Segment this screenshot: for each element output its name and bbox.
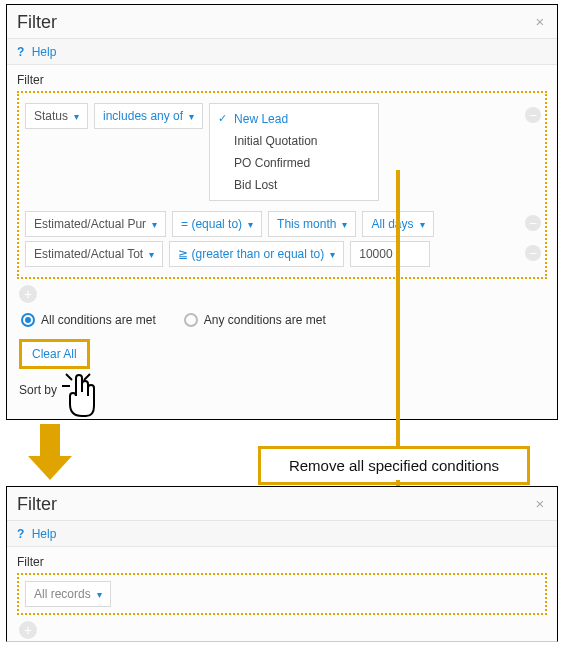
field-label: Status xyxy=(34,109,68,123)
match-all-label: All conditions are met xyxy=(41,313,156,327)
close-icon[interactable]: × xyxy=(531,495,549,513)
chevron-down-icon: ▾ xyxy=(149,249,154,260)
filter-section-heading: Filter xyxy=(7,65,557,91)
chevron-down-icon: ▾ xyxy=(74,111,79,122)
help-link[interactable]: ? Help xyxy=(7,521,557,547)
field-select[interactable]: Status ▾ xyxy=(25,103,88,129)
value-input[interactable]: 10000 xyxy=(350,241,430,267)
remove-condition-icon[interactable]: – xyxy=(525,107,541,123)
filter-panel-before: Filter × ? Help Filter Status ▾ includes… xyxy=(6,4,558,420)
dropdown-option[interactable]: Initial Quotation xyxy=(210,130,378,152)
radio-icon xyxy=(184,313,198,327)
field-select[interactable]: All records ▾ xyxy=(25,581,111,607)
field-label: Estimated/Actual Tot xyxy=(34,247,143,261)
dropdown-option[interactable]: New Lead xyxy=(210,108,378,130)
field-label: Estimated/Actual Pur xyxy=(34,217,146,231)
field-select[interactable]: Estimated/Actual Pur ▾ xyxy=(25,211,166,237)
operator-label: includes any of xyxy=(103,109,183,123)
panel-title-bar: Filter × xyxy=(7,5,557,39)
operator-label: = (equal to) xyxy=(181,217,242,231)
operator-label: ≧ (greater than or equal to) xyxy=(178,247,324,261)
operator-select[interactable]: ≧ (greater than or equal to) ▾ xyxy=(169,241,344,267)
svg-line-0 xyxy=(66,374,72,380)
transition-arrow-icon xyxy=(28,424,72,482)
panel-title: Filter xyxy=(17,12,57,32)
operator-select[interactable]: = (equal to) ▾ xyxy=(172,211,262,237)
operator-select[interactable]: includes any of ▾ xyxy=(94,103,203,129)
filter-section-heading: Filter xyxy=(7,547,557,573)
radio-icon xyxy=(21,313,35,327)
sort-section-heading: Sort by xyxy=(7,639,557,642)
dropdown-option[interactable]: Bid Lost xyxy=(210,174,378,196)
click-cursor-icon xyxy=(56,370,100,420)
callout-text: Remove all specified conditions xyxy=(289,457,499,474)
chevron-down-icon: ▾ xyxy=(152,219,157,230)
dropdown-option[interactable]: PO Confirmed xyxy=(210,152,378,174)
value-select[interactable]: This month ▾ xyxy=(268,211,356,237)
chevron-down-icon: ▾ xyxy=(330,249,335,260)
filter-panel-after: Filter × ? Help Filter All records ▾ + S… xyxy=(6,486,558,642)
value-label: All days xyxy=(371,217,413,231)
chevron-down-icon: ▾ xyxy=(420,219,425,230)
chevron-down-icon: ▾ xyxy=(97,589,102,600)
match-any-label: Any conditions are met xyxy=(204,313,326,327)
field-label: All records xyxy=(34,587,91,601)
match-any-radio[interactable]: Any conditions are met xyxy=(184,313,326,327)
value-dropdown[interactable]: New Lead Initial Quotation PO Confirmed … xyxy=(209,103,379,201)
remove-condition-icon[interactable]: – xyxy=(525,245,541,261)
chevron-down-icon: ▾ xyxy=(189,111,194,122)
help-link[interactable]: ? Help xyxy=(7,39,557,65)
condition-row: Estimated/Actual Pur ▾ = (equal to) ▾ Th… xyxy=(25,211,539,237)
help-label: Help xyxy=(32,527,57,541)
close-icon[interactable]: × xyxy=(531,13,549,31)
help-label: Help xyxy=(32,45,57,59)
callout-box: Remove all specified conditions xyxy=(258,446,530,485)
add-condition-button[interactable]: + xyxy=(19,621,37,639)
value-text: 10000 xyxy=(359,247,392,261)
condition-row: Estimated/Actual Tot ▾ ≧ (greater than o… xyxy=(25,241,539,267)
svg-line-1 xyxy=(84,374,90,380)
panel-title-bar: Filter × xyxy=(7,487,557,521)
help-icon: ? xyxy=(17,527,24,541)
value-label: This month xyxy=(277,217,336,231)
callout-leader xyxy=(396,170,400,448)
chevron-down-icon: ▾ xyxy=(248,219,253,230)
match-mode-radios: All conditions are met Any conditions ar… xyxy=(7,303,557,333)
field-select[interactable]: Estimated/Actual Tot ▾ xyxy=(25,241,163,267)
clear-all-button[interactable]: Clear All xyxy=(19,339,90,369)
help-icon: ? xyxy=(17,45,24,59)
remove-condition-icon[interactable]: – xyxy=(525,215,541,231)
add-condition-button[interactable]: + xyxy=(19,285,37,303)
match-all-radio[interactable]: All conditions are met xyxy=(21,313,156,327)
condition-row: Status ▾ includes any of ▾ New Lead Init… xyxy=(25,103,539,201)
conditions-area: All records ▾ xyxy=(17,573,547,615)
conditions-area: Status ▾ includes any of ▾ New Lead Init… xyxy=(17,91,547,279)
chevron-down-icon: ▾ xyxy=(342,219,347,230)
panel-title: Filter xyxy=(17,494,57,514)
